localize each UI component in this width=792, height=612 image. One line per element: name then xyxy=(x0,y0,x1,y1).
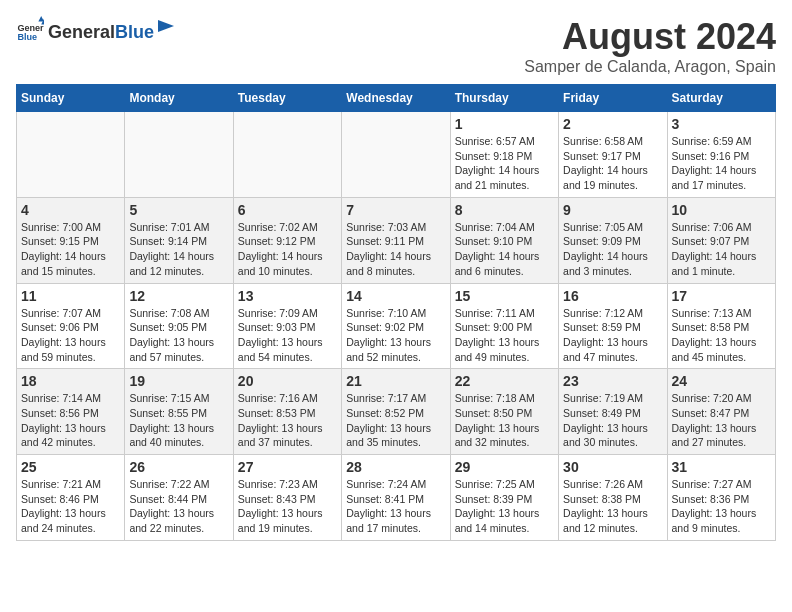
cell-content: Sunrise: 7:03 AMSunset: 9:11 PMDaylight:… xyxy=(346,220,445,279)
calendar-table: SundayMondayTuesdayWednesdayThursdayFrid… xyxy=(16,84,776,541)
daylight-label: Daylight: 14 hours and 15 minutes. xyxy=(21,250,106,277)
daylight-label: Daylight: 13 hours and 22 minutes. xyxy=(129,507,214,534)
day-number: 18 xyxy=(21,373,120,389)
daylight-label: Daylight: 14 hours and 3 minutes. xyxy=(563,250,648,277)
cell-content: Sunrise: 7:17 AMSunset: 8:52 PMDaylight:… xyxy=(346,391,445,450)
cell-content: Sunrise: 7:09 AMSunset: 9:03 PMDaylight:… xyxy=(238,306,337,365)
day-number: 22 xyxy=(455,373,554,389)
sunset-label: Sunset: 8:50 PM xyxy=(455,407,533,419)
sunset-label: Sunset: 9:00 PM xyxy=(455,321,533,333)
calendar-cell: 5Sunrise: 7:01 AMSunset: 9:14 PMDaylight… xyxy=(125,197,233,283)
day-number: 29 xyxy=(455,459,554,475)
sunrise-label: Sunrise: 7:04 AM xyxy=(455,221,535,233)
calendar-week-4: 18Sunrise: 7:14 AMSunset: 8:56 PMDayligh… xyxy=(17,369,776,455)
sunrise-label: Sunrise: 7:07 AM xyxy=(21,307,101,319)
sunrise-label: Sunrise: 7:00 AM xyxy=(21,221,101,233)
day-number: 16 xyxy=(563,288,662,304)
calendar-cell xyxy=(342,112,450,198)
cell-content: Sunrise: 6:57 AMSunset: 9:18 PMDaylight:… xyxy=(455,134,554,193)
calendar-cell: 14Sunrise: 7:10 AMSunset: 9:02 PMDayligh… xyxy=(342,283,450,369)
calendar-cell: 22Sunrise: 7:18 AMSunset: 8:50 PMDayligh… xyxy=(450,369,558,455)
daylight-label: Daylight: 13 hours and 17 minutes. xyxy=(346,507,431,534)
calendar-cell: 29Sunrise: 7:25 AMSunset: 8:39 PMDayligh… xyxy=(450,455,558,541)
cell-content: Sunrise: 7:21 AMSunset: 8:46 PMDaylight:… xyxy=(21,477,120,536)
day-number: 4 xyxy=(21,202,120,218)
sunset-label: Sunset: 8:59 PM xyxy=(563,321,641,333)
sunset-label: Sunset: 8:43 PM xyxy=(238,493,316,505)
cell-content: Sunrise: 7:12 AMSunset: 8:59 PMDaylight:… xyxy=(563,306,662,365)
sunset-label: Sunset: 9:10 PM xyxy=(455,235,533,247)
sunrise-label: Sunrise: 7:09 AM xyxy=(238,307,318,319)
calendar-cell: 25Sunrise: 7:21 AMSunset: 8:46 PMDayligh… xyxy=(17,455,125,541)
sunrise-label: Sunrise: 7:14 AM xyxy=(21,392,101,404)
day-number: 23 xyxy=(563,373,662,389)
day-number: 26 xyxy=(129,459,228,475)
sunset-label: Sunset: 9:12 PM xyxy=(238,235,316,247)
daylight-label: Daylight: 14 hours and 19 minutes. xyxy=(563,164,648,191)
sunrise-label: Sunrise: 7:17 AM xyxy=(346,392,426,404)
sunrise-label: Sunrise: 6:59 AM xyxy=(672,135,752,147)
daylight-label: Daylight: 13 hours and 32 minutes. xyxy=(455,422,540,449)
logo-flag-icon xyxy=(156,18,176,38)
cell-content: Sunrise: 7:15 AMSunset: 8:55 PMDaylight:… xyxy=(129,391,228,450)
sunrise-label: Sunrise: 7:15 AM xyxy=(129,392,209,404)
daylight-label: Daylight: 14 hours and 1 minute. xyxy=(672,250,757,277)
daylight-label: Daylight: 13 hours and 42 minutes. xyxy=(21,422,106,449)
sunrise-label: Sunrise: 7:11 AM xyxy=(455,307,535,319)
calendar-cell: 28Sunrise: 7:24 AMSunset: 8:41 PMDayligh… xyxy=(342,455,450,541)
cell-content: Sunrise: 7:27 AMSunset: 8:36 PMDaylight:… xyxy=(672,477,771,536)
daylight-label: Daylight: 13 hours and 12 minutes. xyxy=(563,507,648,534)
calendar-cell: 27Sunrise: 7:23 AMSunset: 8:43 PMDayligh… xyxy=(233,455,341,541)
daylight-label: Daylight: 13 hours and 27 minutes. xyxy=(672,422,757,449)
weekday-header-friday: Friday xyxy=(559,85,667,112)
sunrise-label: Sunrise: 7:24 AM xyxy=(346,478,426,490)
calendar-cell: 21Sunrise: 7:17 AMSunset: 8:52 PMDayligh… xyxy=(342,369,450,455)
calendar-week-3: 11Sunrise: 7:07 AMSunset: 9:06 PMDayligh… xyxy=(17,283,776,369)
daylight-label: Daylight: 13 hours and 14 minutes. xyxy=(455,507,540,534)
title-area: August 2024 Samper de Calanda, Aragon, S… xyxy=(524,16,776,76)
calendar-title: August 2024 xyxy=(524,16,776,58)
calendar-cell: 4Sunrise: 7:00 AMSunset: 9:15 PMDaylight… xyxy=(17,197,125,283)
sunset-label: Sunset: 9:18 PM xyxy=(455,150,533,162)
day-number: 25 xyxy=(21,459,120,475)
daylight-label: Daylight: 14 hours and 17 minutes. xyxy=(672,164,757,191)
sunset-label: Sunset: 9:03 PM xyxy=(238,321,316,333)
sunset-label: Sunset: 8:49 PM xyxy=(563,407,641,419)
calendar-cell: 6Sunrise: 7:02 AMSunset: 9:12 PMDaylight… xyxy=(233,197,341,283)
weekday-header-row: SundayMondayTuesdayWednesdayThursdayFrid… xyxy=(17,85,776,112)
cell-content: Sunrise: 7:20 AMSunset: 8:47 PMDaylight:… xyxy=(672,391,771,450)
day-number: 20 xyxy=(238,373,337,389)
day-number: 10 xyxy=(672,202,771,218)
daylight-label: Daylight: 13 hours and 30 minutes. xyxy=(563,422,648,449)
day-number: 3 xyxy=(672,116,771,132)
calendar-cell: 15Sunrise: 7:11 AMSunset: 9:00 PMDayligh… xyxy=(450,283,558,369)
daylight-label: Daylight: 13 hours and 57 minutes. xyxy=(129,336,214,363)
weekday-header-wednesday: Wednesday xyxy=(342,85,450,112)
sunrise-label: Sunrise: 7:10 AM xyxy=(346,307,426,319)
weekday-header-sunday: Sunday xyxy=(17,85,125,112)
daylight-label: Daylight: 13 hours and 47 minutes. xyxy=(563,336,648,363)
svg-text:Blue: Blue xyxy=(17,32,37,42)
cell-content: Sunrise: 7:22 AMSunset: 8:44 PMDaylight:… xyxy=(129,477,228,536)
cell-content: Sunrise: 6:59 AMSunset: 9:16 PMDaylight:… xyxy=(672,134,771,193)
daylight-label: Daylight: 13 hours and 49 minutes. xyxy=(455,336,540,363)
sunrise-label: Sunrise: 7:23 AM xyxy=(238,478,318,490)
daylight-label: Daylight: 13 hours and 59 minutes. xyxy=(21,336,106,363)
day-number: 30 xyxy=(563,459,662,475)
logo-general: General xyxy=(48,22,115,43)
cell-content: Sunrise: 7:08 AMSunset: 9:05 PMDaylight:… xyxy=(129,306,228,365)
sunrise-label: Sunrise: 7:13 AM xyxy=(672,307,752,319)
logo-blue: Blue xyxy=(115,22,154,43)
sunset-label: Sunset: 9:15 PM xyxy=(21,235,99,247)
sunset-label: Sunset: 8:56 PM xyxy=(21,407,99,419)
daylight-label: Daylight: 14 hours and 21 minutes. xyxy=(455,164,540,191)
daylight-label: Daylight: 13 hours and 35 minutes. xyxy=(346,422,431,449)
day-number: 28 xyxy=(346,459,445,475)
weekday-header-saturday: Saturday xyxy=(667,85,775,112)
sunset-label: Sunset: 9:07 PM xyxy=(672,235,750,247)
sunset-label: Sunset: 9:02 PM xyxy=(346,321,424,333)
sunrise-label: Sunrise: 7:21 AM xyxy=(21,478,101,490)
sunrise-label: Sunrise: 7:08 AM xyxy=(129,307,209,319)
day-number: 7 xyxy=(346,202,445,218)
cell-content: Sunrise: 7:00 AMSunset: 9:15 PMDaylight:… xyxy=(21,220,120,279)
